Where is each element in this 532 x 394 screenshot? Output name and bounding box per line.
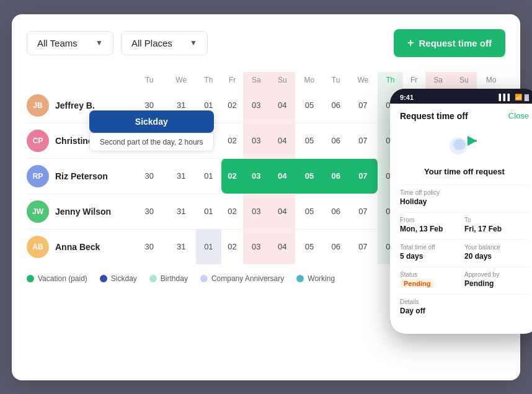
day-cell: 06 [324,194,348,229]
day-cell: 07 [348,123,378,158]
day-cell: 01 [196,194,221,229]
avatar: AB [27,236,49,258]
avatar: CP [27,130,49,152]
day-cell: 30 [132,229,166,264]
day-cell: 04 [269,88,295,123]
tooltip-subtitle: Second part of the day, 2 hours [89,133,214,151]
phone-row: Details Day off [400,298,529,315]
chevron-down-icon: ▼ [190,38,197,47]
day-header-th1: Th [196,72,221,88]
day-header-su2: Su [451,72,477,88]
day-cell: 05 [295,88,324,123]
legend-dot-anniversary [200,275,208,282]
legend-label: Working [308,274,335,283]
phone-field-status: Status Pending [400,271,464,288]
phone-field-policy: Time off policy Holiday [400,189,529,206]
phone-row: From Mon, 13 Feb To Fri, 17 Feb [400,217,529,233]
phone-value: Pending [464,279,529,288]
day-cell: 02 [221,88,244,123]
phone-label: Details [400,298,529,305]
phone-label: Time off policy [400,189,529,196]
day-header-tu1: Tu [132,72,166,88]
day-cell: 03 [243,194,269,229]
day-header-sa1: Sa [243,72,269,88]
day-cell: 30 [132,194,166,229]
divider [400,267,529,267]
avatar: JW [27,200,49,223]
employee-cell: AB Anna Beck [27,230,132,264]
phone-label: Your balance [464,244,529,251]
day-cell: 02 [221,158,244,194]
phone-field-balance: Your balance 20 days [464,244,529,261]
day-header-th2: Th [378,72,403,88]
wifi-icon: 📶 [515,94,522,101]
divider [400,212,529,213]
day-cell: 07 [348,158,378,194]
day-cell: 04 [269,229,295,264]
legend-label: Vacation (paid) [38,274,87,283]
day-header-we2: We [348,72,378,88]
phone-value: Fri, 17 Feb [464,225,529,233]
day-cell: 31 [166,194,196,229]
legend-item: Company Anniversary [200,274,284,283]
status-badge: Pending [400,279,434,288]
day-cell: 04 [269,194,295,229]
phone-value: Holiday [400,197,529,206]
phone-icon-area [400,128,529,162]
legend-item: Working [296,274,335,283]
employee-cell: RP Riz Peterson [27,159,132,194]
day-cell: 04 [269,158,295,194]
day-cell: 03 [243,123,269,158]
legend-dot-sickday [100,275,107,282]
day-cell: 07 [348,194,378,229]
day-header-fr2: Fr [403,72,425,88]
day-cell: 05 [295,158,324,194]
avatar: JB [27,94,49,117]
phone-status-bar: 9:41 ▌▌▌ 📶 ▓ [390,89,532,104]
legend-dot-vacation [27,275,34,282]
phone-close-button[interactable]: Close [508,111,529,120]
day-header-sa2: Sa [425,72,451,88]
phone-label: From [400,217,464,223]
tooltip-title: Sickday [89,110,214,133]
divider [400,294,529,295]
all-places-label: All Places [131,38,172,48]
employee-name: Jeffrey B. [55,101,95,110]
phone-subtitle: Your time off request [400,167,529,176]
employee-name: Jenny Wilson [55,207,111,217]
all-places-dropdown[interactable]: All Places ▼ [121,31,208,55]
day-cell: 31 [166,229,196,264]
request-btn-label: Request time off [419,38,492,48]
phone-field-to: To Fri, 17 Feb [464,217,529,233]
day-header-tu2: Tu [324,72,348,88]
request-time-off-button[interactable]: + Request time off [394,29,505,57]
signal-icon: ▌▌▌ [499,94,512,101]
phone-field-approved: Approved by Pending [464,271,529,288]
phone-overlay: 9:41 ▌▌▌ 📶 ▓ Request time off Close You [390,89,532,334]
main-container: All Teams ▼ All Places ▼ + Request time … [12,14,520,380]
employee-cell: JW Jenny Wilson [27,194,132,229]
divider [400,185,529,186]
day-cell: 02 [221,123,244,158]
all-teams-dropdown[interactable]: All Teams ▼ [27,31,113,55]
chevron-down-icon: ▼ [95,38,103,47]
day-cell: 06 [324,123,348,158]
day-cell: 03 [243,229,269,264]
phone-label: Approved by [464,271,529,278]
day-header-mo1: Mo [295,72,324,88]
employee-name: Anna Beck [55,242,100,252]
day-cell: 31 [166,158,196,194]
legend-item: Sickday [100,274,137,283]
legend-label: Birthday [161,274,188,283]
phone-row: Time off policy Holiday [400,189,529,206]
top-bar: All Teams ▼ All Places ▼ + Request time … [27,29,505,57]
phone-row: Total time off 5 days Your balance 20 da… [400,244,529,261]
phone-header: Request time off Close [400,111,529,121]
phone-value: Pending [400,279,464,288]
employee-name: Riz Peterson [55,171,108,181]
request-icon [446,128,483,159]
battery-icon: ▓ [525,94,529,101]
day-header-fr1: Fr [221,72,244,88]
day-cell: 05 [295,194,324,229]
phone-label: To [464,217,529,223]
